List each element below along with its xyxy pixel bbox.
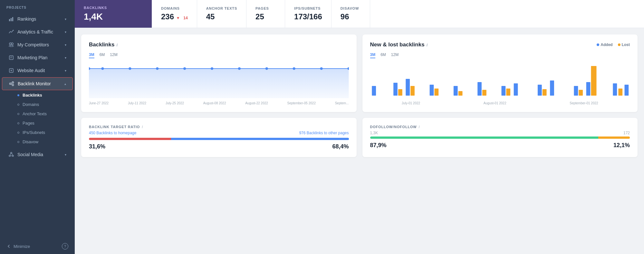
svg-rect-40 bbox=[458, 91, 462, 96]
svg-rect-44 bbox=[506, 89, 510, 96]
dofollow-info[interactable]: i bbox=[418, 125, 420, 129]
competitors-icon bbox=[8, 42, 14, 48]
sidebar-item-backlink-monitor[interactable]: Backlink Monitor ▴ bbox=[2, 77, 73, 90]
backlinks-chart-title: Backlinks i bbox=[89, 42, 349, 48]
svg-rect-39 bbox=[453, 86, 457, 96]
sidebar-item-social-media[interactable]: Social Media ▾ bbox=[2, 148, 73, 161]
backlinks-tab-3m[interactable]: 3M bbox=[89, 52, 94, 58]
marketing-chevron: ▾ bbox=[65, 56, 66, 60]
svg-rect-32 bbox=[372, 86, 376, 96]
ratio-bar-blue bbox=[171, 138, 349, 140]
domains-arrow: ▼ bbox=[176, 16, 180, 20]
sidebar-sub-anchor-texts[interactable]: Anchor Texts bbox=[17, 109, 73, 118]
new-lost-info-icon[interactable]: i bbox=[427, 42, 428, 47]
sidebar-minimize[interactable]: Minimize ? bbox=[0, 239, 75, 254]
svg-point-22 bbox=[101, 67, 104, 70]
new-lost-chart-title: New & lost backlinks i Added Lost bbox=[370, 42, 630, 48]
svg-rect-41 bbox=[477, 82, 482, 96]
stat-domains: DOMAINS 236 ▼ 14 bbox=[152, 0, 197, 28]
pages-stat-value: 25 bbox=[255, 12, 276, 21]
svg-rect-51 bbox=[586, 82, 590, 96]
anchor-texts-stat-label: ANCHOR TEXTS bbox=[206, 6, 237, 10]
ips-subnets-stat-value: 173/166 bbox=[294, 12, 322, 21]
social-media-chevron: ▾ bbox=[65, 153, 66, 156]
svg-point-24 bbox=[156, 67, 159, 70]
stat-pages: PAGES 25 bbox=[246, 0, 285, 28]
svg-point-4 bbox=[9, 43, 11, 45]
svg-point-23 bbox=[129, 67, 131, 70]
sidebar-item-competitors[interactable]: My Competitors ▾ bbox=[2, 39, 73, 51]
svg-rect-2 bbox=[12, 17, 13, 21]
backlinks-tab-12m[interactable]: 12M bbox=[110, 52, 117, 58]
domains-dot bbox=[17, 104, 19, 106]
svg-rect-1 bbox=[11, 18, 12, 21]
svg-line-14 bbox=[11, 84, 12, 85]
new-lost-tab-3m[interactable]: 3M bbox=[370, 52, 376, 58]
svg-rect-48 bbox=[550, 80, 554, 96]
svg-rect-34 bbox=[398, 89, 402, 96]
ips-subnets-dot bbox=[17, 132, 19, 134]
svg-line-18 bbox=[10, 154, 11, 155]
chart-legend: Added Lost bbox=[597, 42, 630, 47]
svg-rect-0 bbox=[9, 19, 10, 21]
svg-rect-33 bbox=[393, 83, 398, 96]
disavow-sub-label: Disavow bbox=[23, 139, 38, 144]
svg-line-19 bbox=[12, 154, 13, 155]
anchor-texts-stat-value: 45 bbox=[206, 12, 237, 21]
backlink-monitor-label: Backlink Monitor bbox=[18, 81, 64, 86]
svg-point-3 bbox=[13, 30, 14, 31]
backlink-ratio-values: 31,6% 68,4% bbox=[89, 143, 349, 150]
social-media-icon bbox=[8, 152, 14, 157]
svg-point-25 bbox=[183, 67, 186, 70]
pages-dot bbox=[17, 122, 19, 124]
new-lost-tab-6m[interactable]: 6M bbox=[380, 52, 386, 58]
domains-badge: 14 bbox=[183, 16, 187, 20]
pages-sub-label: Pages bbox=[23, 121, 34, 126]
svg-rect-46 bbox=[537, 85, 542, 96]
backlinks-info-icon[interactable]: i bbox=[116, 42, 118, 47]
svg-point-11 bbox=[12, 82, 14, 83]
svg-rect-47 bbox=[542, 89, 546, 96]
backlink-monitor-icon bbox=[9, 81, 14, 87]
backlinks-chart-svg bbox=[89, 63, 349, 98]
backlink-ratio-card: BACKLINK TARGET RATIO i 450 Backlinks to… bbox=[81, 118, 357, 157]
marketing-icon bbox=[8, 55, 14, 61]
backlink-ratio-bar bbox=[89, 138, 349, 140]
rankings-label: Rankings bbox=[17, 16, 65, 22]
backlinks-label: BACKLINKS bbox=[84, 6, 143, 10]
disavow-stat-value: 96 bbox=[341, 12, 361, 21]
new-lost-bar-chart bbox=[370, 63, 630, 98]
sidebar-sub-ips-subnets[interactable]: IPs/Subnets bbox=[17, 128, 73, 137]
sidebar-sub-disavow[interactable]: Disavow bbox=[17, 137, 73, 146]
anchor-texts-sub-label: Anchor Texts bbox=[23, 111, 47, 116]
svg-rect-42 bbox=[482, 90, 486, 96]
backlinks-dot bbox=[17, 94, 19, 96]
sidebar-sub-backlinks[interactable]: Backlinks bbox=[17, 90, 73, 100]
backlinks-value: 1,4K bbox=[84, 12, 143, 22]
svg-point-16 bbox=[9, 155, 10, 156]
help-icon[interactable]: ? bbox=[62, 243, 68, 249]
sidebar-item-rankings[interactable]: Rankings ▾ bbox=[2, 13, 73, 25]
website-audit-chevron: ▾ bbox=[65, 69, 66, 72]
backlinks-tab-6m[interactable]: 6M bbox=[100, 52, 105, 58]
new-lost-tab-12m[interactable]: 12M bbox=[391, 52, 399, 58]
sidebar-item-marketing[interactable]: Marketing Plan ▾ bbox=[2, 52, 73, 64]
stats-bar: BACKLINKS 1,4K DOMAINS 236 ▼ 14 ANCHOR T… bbox=[75, 0, 644, 28]
sidebar-item-website-audit[interactable]: Website Audit ▾ bbox=[2, 64, 73, 77]
disavow-stat-label: DISAVOW bbox=[341, 6, 361, 10]
svg-line-13 bbox=[11, 83, 12, 83]
dofollow-ratio-card: DOFOLLOW/NOFOLLOW i 1,3K 172 87,9% 12,1% bbox=[362, 118, 638, 157]
sidebar-projects-label: PROJECTS bbox=[0, 0, 75, 13]
svg-point-28 bbox=[265, 67, 268, 70]
sidebar-item-analytics[interactable]: Analytics & Traffic ▾ bbox=[2, 26, 73, 38]
pages-stat-label: PAGES bbox=[255, 6, 276, 10]
analytics-icon bbox=[8, 29, 14, 35]
sidebar-sub-domains[interactable]: Domains bbox=[17, 100, 73, 109]
backlink-ratio-info[interactable]: i bbox=[142, 125, 143, 129]
svg-rect-38 bbox=[434, 89, 438, 96]
dofollow-count-labels: 1,3K 172 bbox=[370, 131, 630, 135]
ips-subnets-stat-label: IPS/SUBNETS bbox=[294, 6, 322, 10]
analytics-chevron: ▾ bbox=[65, 30, 66, 34]
domains-stat-label: DOMAINS bbox=[161, 6, 188, 10]
sidebar-sub-pages[interactable]: Pages bbox=[17, 118, 73, 128]
